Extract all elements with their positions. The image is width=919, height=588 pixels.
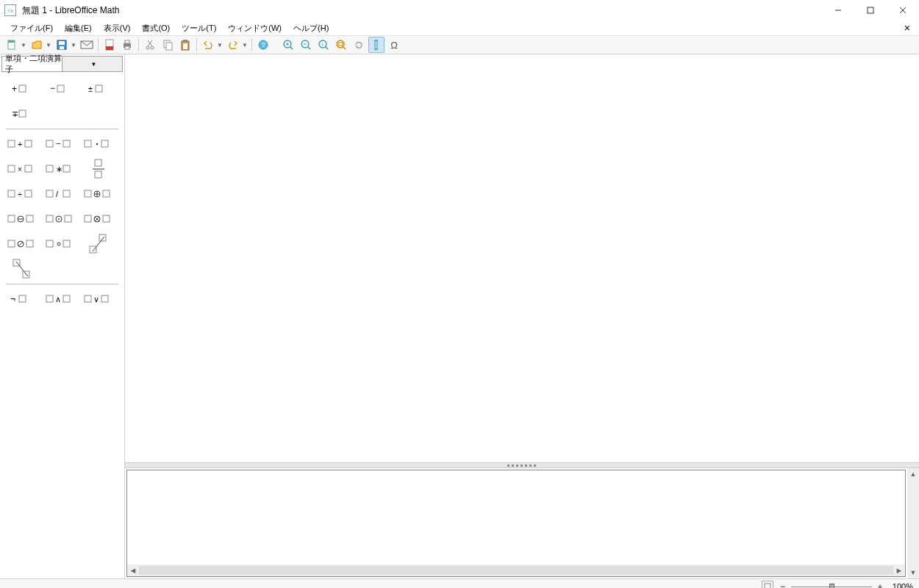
svg-rect-4 [8,40,15,49]
open-dropdown[interactable]: ▼ [46,42,51,49]
op-a-slash-b[interactable]: / [41,182,79,207]
zoom-100-button[interactable]: 1 [315,37,332,53]
category-selector[interactable]: 単項・二項演算子 ▼ [1,56,123,72]
op-a-widebslash-b[interactable] [3,257,41,282]
horizontal-splitter[interactable] [125,462,919,468]
standard-toolbar: ▼ ▼ ▼ ▼ ▼ ? 1 Ω [0,35,919,54]
op-a-ast-b[interactable]: ∗ [41,157,79,182]
menu-window[interactable]: ウィンドウ(W) [222,21,287,35]
workspace: ◄ ► ▲ ▼ [125,54,919,578]
op-a-plus-b[interactable]: + [3,132,41,157]
svg-rect-101 [90,246,96,253]
refresh-button[interactable] [351,37,367,53]
op-neg-a[interactable]: ¬ [3,287,41,312]
op-a-ominus-b[interactable] [3,207,41,232]
paste-button[interactable] [177,37,193,53]
svg-rect-82 [26,215,33,222]
svg-rect-59 [8,165,15,172]
op-minus-a[interactable]: − [41,76,79,101]
horizontal-scrollbar[interactable]: ◄ ► [127,564,905,576]
op-a-otimes-b[interactable] [79,207,118,232]
svg-line-16 [148,40,152,46]
zoom-minus-button[interactable]: − [778,582,788,588]
open-button[interactable] [29,37,45,53]
op-minusplus-a[interactable]: ∓ [3,101,41,126]
svg-text:−: − [50,83,55,93]
op-a-oplus-b[interactable] [79,182,118,207]
svg-line-103 [16,262,28,276]
menu-edit[interactable]: 編集(E) [59,21,98,35]
op-a-minus-b[interactable]: − [41,132,79,157]
op-a-times-b[interactable]: × [3,157,41,182]
mail-button[interactable] [79,37,95,53]
svg-rect-55 [63,140,70,147]
menu-format[interactable]: 書式(O) [136,21,176,35]
zoom-fit-button[interactable] [333,37,349,53]
op-a-div-b[interactable]: ÷ [3,182,41,207]
close-button[interactable] [887,0,919,21]
op-a-odot-b[interactable] [41,207,79,232]
window-title: 無題 1 - LibreOffice Math [22,4,822,17]
new-button[interactable] [4,37,20,53]
op-a-or-b[interactable]: ∨ [79,287,118,312]
menu-file[interactable]: ファイル(F) [4,21,59,35]
menu-help[interactable]: ヘルプ(H) [287,21,335,35]
svg-rect-68 [8,190,15,197]
svg-text:∗: ∗ [56,165,62,173]
zoom-slider[interactable] [791,581,872,588]
op-a-wideslash-b[interactable] [79,232,118,257]
print-button[interactable] [119,37,135,53]
formula-preview[interactable] [125,54,919,462]
op-plusminus-a[interactable]: ± [79,76,118,101]
svg-rect-79 [8,215,15,222]
close-document-button[interactable]: × [900,22,915,34]
op-plus-a[interactable]: + [3,76,41,101]
zoom-out-button[interactable] [298,37,314,53]
zoom-in-button[interactable] [280,37,296,53]
save-dropdown[interactable]: ▼ [71,42,76,49]
redo-dropdown[interactable]: ▼ [242,42,248,49]
menu-view[interactable]: 表示(V) [98,21,137,35]
svg-rect-99 [99,234,106,241]
zoom-fit-page-button[interactable] [762,581,773,588]
scroll-up-icon[interactable]: ▲ [910,468,917,480]
minimize-button[interactable] [822,0,854,21]
svg-line-100 [93,237,104,251]
svg-point-80 [18,216,24,222]
zoom-plus-button[interactable]: + [875,582,885,588]
formula-input[interactable] [127,470,905,564]
cut-button[interactable] [142,37,158,53]
scroll-right-icon[interactable]: ► [893,566,905,575]
redo-button[interactable] [225,37,241,53]
new-dropdown[interactable]: ▼ [21,42,26,49]
scroll-left-icon[interactable]: ◄ [127,566,139,575]
op-a-dot-b[interactable] [79,132,118,157]
menu-tools[interactable]: ツール(T) [176,21,222,35]
svg-rect-73 [63,190,70,197]
op-a-circ-b[interactable] [41,232,79,257]
undo-button[interactable] [200,37,216,53]
copy-button[interactable] [160,37,176,53]
svg-line-31 [308,47,310,49]
save-button[interactable] [54,37,70,53]
svg-rect-62 [46,165,53,172]
formula-cursor-button[interactable] [368,37,385,53]
svg-line-34 [326,47,328,49]
svg-rect-86 [65,215,71,222]
op-a-oslash-b[interactable] [3,232,41,257]
svg-point-24 [259,40,268,49]
help-button[interactable]: ? [255,37,271,53]
export-pdf-button[interactable] [101,37,118,53]
vertical-scrollbar[interactable]: ▲ ▼ [907,468,919,578]
scroll-down-icon[interactable]: ▼ [910,567,917,578]
undo-dropdown[interactable]: ▼ [217,42,223,49]
op-a-and-b[interactable]: ∧ [41,287,79,312]
panel-separator [6,129,118,129]
svg-rect-106 [19,295,26,302]
op-a-over-b[interactable] [79,157,118,182]
svg-line-2 [900,7,906,13]
symbols-button[interactable]: Ω [386,37,402,53]
svg-rect-110 [85,295,91,302]
maximize-button[interactable] [854,0,887,21]
zoom-value[interactable]: 100% [885,582,919,588]
